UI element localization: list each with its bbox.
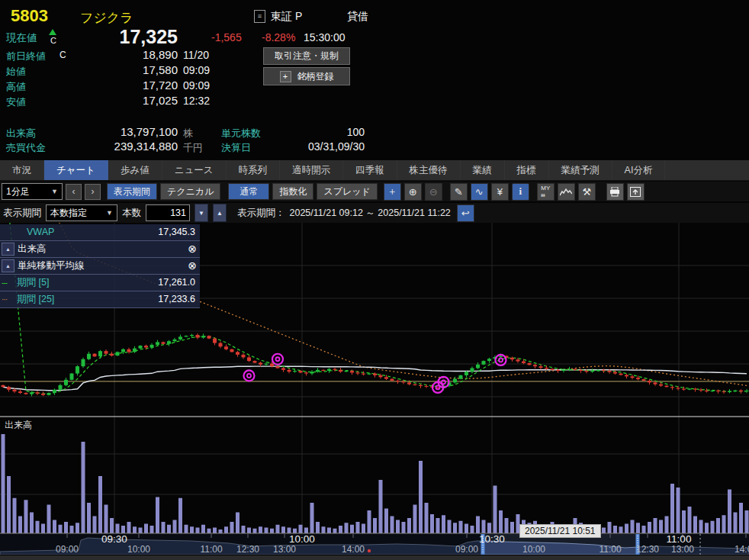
legend-row-sma: ▲ 単純移動平均線 ⊗ (0, 258, 200, 275)
current-price-label: 現在値 (6, 31, 37, 45)
count-decrement-button[interactable]: ▼ (194, 204, 208, 222)
stock-app-window: 5803 フジクラ ≡ 東証 P 貸借 現在値 C 17,325 -1,565 … (0, 0, 749, 560)
ma25-value: 17,233.6 (158, 291, 195, 307)
open-label: 始値 (6, 65, 26, 79)
chevron-down-icon: ▼ (106, 209, 113, 217)
collapse-icon[interactable]: ▲ (2, 243, 14, 256)
range-mode-select[interactable]: 本数指定▼ (46, 204, 117, 221)
high-time: 09:09 (183, 79, 210, 92)
normal-mode-button[interactable]: 通常 (228, 183, 269, 200)
svg-text:14:00: 14:00 (735, 544, 749, 555)
bar-count-label: 本数 (122, 207, 141, 220)
plus-icon: + (280, 71, 291, 82)
ma25-line-swatch: ··· (2, 291, 14, 307)
legend-row-vwap: VWAP 17,345.3 (0, 224, 200, 241)
low-time: 12:32 (183, 95, 210, 107)
open-value: 17,580 (61, 63, 178, 76)
legend-row-volume: ▲ 出来高 ⊗ (0, 241, 200, 258)
close-icon[interactable]: ⊗ (188, 241, 197, 257)
svg-text:13:00: 13:00 (671, 544, 694, 555)
my-chart-icon[interactable]: MYᵻᵻᵻ (537, 183, 555, 201)
chart-area: 09:0010:0011:0012:3013:0014:0009:0010:00… (0, 223, 749, 560)
tab-6[interactable]: 四季報 (343, 160, 397, 180)
display-period-button[interactable]: 表示期間 (107, 183, 157, 200)
svg-text:09:00: 09:00 (455, 544, 478, 555)
count-increment-button[interactable]: ▲ (213, 204, 227, 222)
fiscal-label: 決算日 (221, 141, 251, 155)
tab-10[interactable]: 業績予測 (549, 160, 612, 180)
vwap-value: 17,345.3 (158, 224, 195, 240)
prev-close-time: 11/20 (183, 49, 209, 61)
stock-code: 5803 (11, 6, 48, 26)
open-time: 09:09 (183, 64, 210, 76)
tracking-line-icon[interactable]: ∿ (471, 183, 488, 201)
chart-toolbar: 1分足▼ ‹ › 表示期間 テクニカル 通常 指数化 スプレッド ＋ ⊕ ⊖ ✎… (0, 182, 749, 201)
ma5-line-swatch: --- (2, 275, 14, 291)
mountain-chart-icon[interactable] (558, 183, 575, 201)
interval-select[interactable]: 1分足▼ (2, 183, 63, 200)
range-toolbar: 表示期間 本数指定▼ 本数 131 ▼ ▲ 表示期間： 2025/11/21 0… (0, 203, 749, 223)
unit-shares-value: 100 (275, 126, 365, 138)
fiscal-value: 03/31,09/30 (275, 140, 365, 153)
tab-2[interactable]: 歩み値 (108, 160, 162, 180)
tab-0[interactable]: 市況 (0, 160, 44, 180)
volume-label: 出来高 (6, 127, 36, 140)
price-change-pct: -8.28% (262, 31, 295, 43)
x-axis-label: 09:30 (101, 533, 127, 545)
volume-bars-layer (2, 434, 749, 533)
prev-close-value: 18,890 (61, 48, 178, 61)
zoom-in-icon[interactable]: ⊕ (404, 183, 422, 201)
tab-4[interactable]: 時系列 (227, 160, 281, 180)
svg-text:12:30: 12:30 (636, 544, 659, 555)
disclosure-doc-icon[interactable]: ≡ (254, 10, 265, 23)
popout-window-icon[interactable] (627, 183, 645, 201)
svg-text:14:00: 14:00 (342, 544, 365, 555)
tab-1[interactable]: チャート (44, 160, 108, 180)
info-icon[interactable]: i (512, 183, 529, 201)
tab-3[interactable]: ニュース (162, 160, 227, 180)
legend-row-period5: --- 期間 [5] 17,261.0 (0, 275, 200, 291)
svg-text:13:00: 13:00 (273, 544, 296, 555)
trade-caution-button[interactable]: 取引注意・規制 (263, 47, 350, 65)
svg-text:12:30: 12:30 (236, 544, 259, 555)
tab-8[interactable]: 業績 (461, 160, 505, 180)
x-axis-label: 11:00 (667, 533, 692, 545)
turnover-value: 239,314,880 (61, 140, 178, 153)
period-caption: 表示期間： (237, 207, 285, 220)
tab-11[interactable]: AI分析 (612, 160, 666, 180)
navigator-tooltip: 2025/11/21 10:51 (519, 524, 601, 538)
volume-pane-title: 出来高 (5, 419, 32, 432)
x-axis-label: 10:30 (479, 533, 505, 545)
technical-button[interactable]: テクニカル (160, 183, 220, 200)
range-label: 表示期間 (3, 207, 41, 220)
market-segment: 東証 P (271, 10, 302, 24)
print-icon[interactable] (606, 183, 624, 201)
main-tab-bar: 市況チャート歩み値ニュース時系列適時開示四季報株主優待業績指標業績予測AI分析 (0, 160, 749, 181)
low-label: 安値 (6, 95, 26, 109)
svg-text:11:00: 11:00 (599, 544, 621, 555)
zoom-out-icon[interactable]: ⊖ (425, 183, 442, 201)
draw-pencil-icon[interactable]: ✎ (450, 183, 468, 201)
bar-count-input[interactable]: 131 (146, 204, 190, 221)
period-range-text: 2025/11/21 09:12 ～ 2025/11/21 11:22 (290, 207, 451, 220)
margin-type: 貸借 (347, 10, 368, 24)
chart-next-button[interactable]: › (85, 184, 101, 200)
close-icon[interactable]: ⊗ (188, 258, 197, 274)
reset-range-icon[interactable]: ↩ (457, 204, 474, 222)
yen-scale-icon[interactable]: ¥ (491, 183, 509, 201)
high-value: 17,720 (61, 79, 178, 92)
bottom-strip (0, 555, 749, 560)
trade-marker-icon (244, 370, 255, 381)
crosshair-plus-icon[interactable]: ＋ (384, 183, 401, 201)
prev-close-label: 前日終値 (6, 50, 46, 63)
chart-prev-button[interactable]: ‹ (66, 184, 82, 200)
register-symbol-button[interactable]: +銘柄登録 (263, 67, 350, 85)
tab-9[interactable]: 指標 (505, 160, 549, 180)
tab-7[interactable]: 株主優待 (397, 160, 461, 180)
spread-mode-button[interactable]: スプレッド (317, 183, 377, 200)
tab-5[interactable]: 適時開示 (280, 160, 343, 180)
settings-wrench-icon[interactable]: ⚒ (578, 183, 596, 201)
collapse-icon[interactable]: ▲ (2, 259, 14, 272)
legend-row-period25: ··· 期間 [25] 17,233.6 (0, 291, 200, 308)
indexed-mode-button[interactable]: 指数化 (272, 183, 313, 200)
